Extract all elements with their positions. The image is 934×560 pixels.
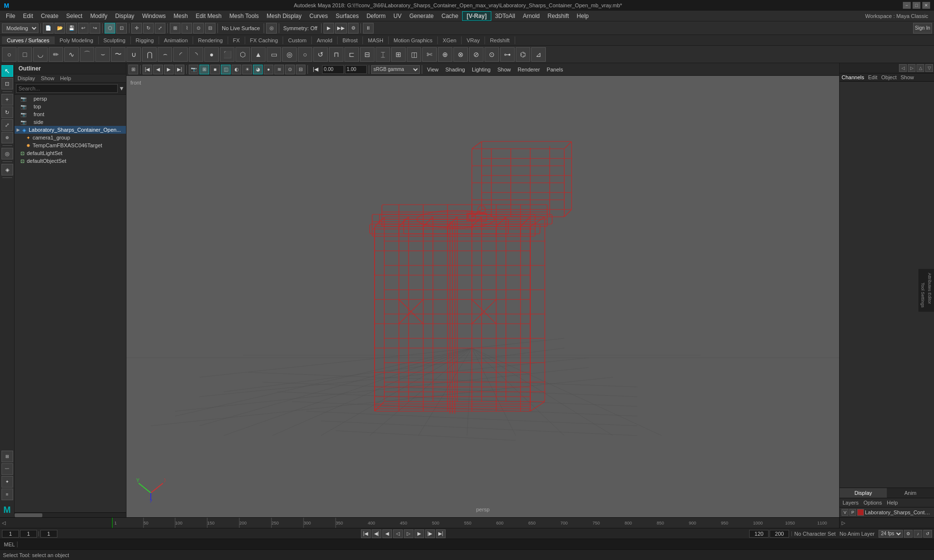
shelf-pencil-icon[interactable]: ✏	[49, 47, 63, 62]
quad-draw-icon[interactable]: ⊞	[1, 451, 13, 462]
snap-grid-button[interactable]: ⊞	[170, 23, 180, 34]
outliner-help-menu[interactable]: Help	[57, 74, 74, 82]
channels-tab[interactable]: Channels	[842, 74, 864, 80]
vp-shading-button[interactable]: ◐	[232, 65, 241, 74]
timeline-scroll-right[interactable]: ▷	[842, 520, 845, 525]
shelf-tab-bifrost[interactable]: Bifrost	[338, 36, 363, 44]
snap-surface-button[interactable]: ⊟	[205, 23, 216, 34]
channels-show-menu[interactable]: Show	[900, 74, 914, 80]
menu-arnold[interactable]: Arnold	[519, 12, 544, 20]
anim-tab[interactable]: Anim	[887, 488, 934, 498]
fps-select[interactable]: 24 fps	[879, 530, 903, 538]
show-manip-icon[interactable]: ◈	[1, 164, 13, 175]
panels-menu[interactable]: Panels	[544, 67, 566, 72]
shelf-offset-icon[interactable]: ⊿	[531, 47, 546, 62]
rt-icon4[interactable]: ▽	[925, 64, 933, 72]
shelf-arc-icon[interactable]: ◡	[33, 47, 48, 62]
layer-row-main[interactable]: V P Laboratory_Sharps_Container_	[840, 508, 934, 517]
vp-step-fwd-button[interactable]: ▶|	[175, 65, 184, 74]
menu-curves[interactable]: Curves	[305, 12, 332, 20]
play-back-button[interactable]: ◁	[393, 529, 403, 538]
pause-button[interactable]: ⏸	[363, 23, 374, 34]
shelf-tab-fx[interactable]: FX	[228, 36, 245, 44]
loop-button[interactable]: ↺	[923, 530, 932, 538]
range-start-input[interactable]	[2, 530, 19, 538]
menu-vray[interactable]: [V-Ray]	[462, 11, 491, 21]
shelf-planar-icon[interactable]: ⊟	[360, 47, 375, 62]
shelf-tab-curves[interactable]: Curves / Surfaces	[2, 36, 54, 44]
render-options-button[interactable]: ⚙	[348, 23, 359, 34]
menu-edit[interactable]: Edit	[19, 12, 37, 20]
outliner-item-objectset[interactable]: ⊡ defaultObjectSet	[15, 157, 126, 165]
render-button[interactable]: ▶	[323, 23, 334, 34]
rotate-button[interactable]: ↻	[143, 23, 154, 34]
outliner-item-top[interactable]: 📷 top	[15, 103, 126, 110]
shelf-nurbs-cone-icon[interactable]: ▲	[251, 47, 266, 62]
new-scene-button[interactable]: 📄	[43, 23, 54, 34]
vp-camera-button[interactable]: 📷	[189, 65, 198, 74]
menu-create[interactable]: Create	[37, 12, 62, 20]
shelf-project-icon[interactable]: ⊕	[438, 47, 452, 62]
step-forward-button[interactable]: ▶	[414, 529, 424, 538]
vp-prev-frame-button[interactable]: |◀	[143, 65, 152, 74]
menu-deform[interactable]: Deform	[362, 12, 389, 20]
menu-select[interactable]: Select	[62, 12, 86, 20]
shelf-extrude-icon[interactable]: ⊏	[344, 47, 359, 62]
shelf-nurbs-circle-icon[interactable]: ○	[298, 47, 312, 62]
shelf-nurbs-plane-icon[interactable]: ▭	[267, 47, 281, 62]
outliner-search-input[interactable]	[16, 84, 118, 93]
rt-icon1[interactable]: ◁	[899, 64, 907, 72]
scale-button[interactable]: ⤢	[155, 23, 165, 34]
next-key-button[interactable]: |▶	[425, 529, 435, 538]
close-button[interactable]: ✕	[922, 2, 930, 9]
shelf-tab-custom[interactable]: Custom	[283, 36, 312, 44]
play-forward-button[interactable]: ▷	[404, 529, 413, 538]
menu-help[interactable]: Help	[573, 12, 593, 20]
rt-icon3[interactable]: △	[916, 64, 924, 72]
shelf-tab-fx-caching[interactable]: FX Caching	[245, 36, 283, 44]
timeline-center[interactable]: 1 50 100 150 200 250 300 350 400 450 500…	[112, 518, 839, 528]
shelf-intersect-icon[interactable]: ⊗	[453, 47, 468, 62]
menu-cache[interactable]: Cache	[437, 12, 462, 20]
mode-select[interactable]: Modeling	[2, 23, 38, 33]
minimize-button[interactable]: −	[903, 2, 911, 9]
vp-home-button[interactable]: ⊞	[128, 65, 138, 74]
menu-surfaces[interactable]: Surfaces	[332, 12, 362, 20]
range-end1-input[interactable]	[749, 530, 769, 538]
scale-tool-icon[interactable]: ⤢	[1, 119, 13, 131]
shelf-loft-icon[interactable]: ⊓	[329, 47, 343, 62]
tool-settings-tab[interactable]: Tool Settings	[919, 280, 926, 310]
outliner-item-camera-group[interactable]: ✦ camera1_group	[15, 134, 126, 141]
sculpt-icon[interactable]: 〰	[1, 463, 13, 475]
menu-generate[interactable]: Generate	[405, 12, 437, 20]
shelf-align-icon[interactable]: ⊶	[500, 47, 515, 62]
vp-input1[interactable]	[322, 65, 344, 74]
rt-icon2[interactable]: ▷	[908, 64, 916, 72]
shelf-tab-rigging[interactable]: Rigging	[131, 36, 159, 44]
vp-ao-button[interactable]: ●	[264, 65, 273, 74]
options-menu[interactable]: Options	[862, 499, 884, 506]
vp-step-back-button[interactable]: ◀	[153, 65, 163, 74]
layers-menu[interactable]: Layers	[841, 499, 861, 506]
menu-modify[interactable]: Modify	[86, 12, 111, 20]
shelf-attach-icon[interactable]: ⊙	[485, 47, 499, 62]
menu-3dtoall[interactable]: 3DToAll	[491, 12, 519, 20]
move-tool-icon[interactable]: +	[1, 94, 13, 105]
shelf-nurbs-cyl-icon[interactable]: ⬡	[235, 47, 250, 62]
shelf-trim-icon[interactable]: ✄	[422, 47, 437, 62]
playback-settings-button[interactable]: ⚙	[904, 530, 913, 538]
shelf-tab-sculpting[interactable]: Sculpting	[99, 36, 131, 44]
outliner-item-front[interactable]: 📷 front	[15, 110, 126, 118]
menu-mesh-tools[interactable]: Mesh Tools	[226, 12, 263, 20]
select-tool-button[interactable]: ⬡	[105, 23, 115, 34]
shelf-tab-redshift[interactable]: Redshift	[485, 36, 515, 44]
shelf-curve4-icon[interactable]: 〜	[111, 47, 126, 62]
shelf-boundary-icon[interactable]: ⊞	[391, 47, 406, 62]
gamma-select[interactable]: sRGB gamma	[371, 65, 420, 74]
shelf-nurbs-cube-icon[interactable]: ⬛	[220, 47, 234, 62]
shelf-detach-icon[interactable]: ⊘	[469, 47, 484, 62]
show-menu[interactable]: Show	[494, 67, 514, 72]
viewport-canvas[interactable]: X Y Z persp front	[126, 76, 839, 517]
vp-shadow-button[interactable]: ◕	[253, 65, 263, 74]
outliner-display-menu[interactable]: Display	[15, 74, 38, 82]
